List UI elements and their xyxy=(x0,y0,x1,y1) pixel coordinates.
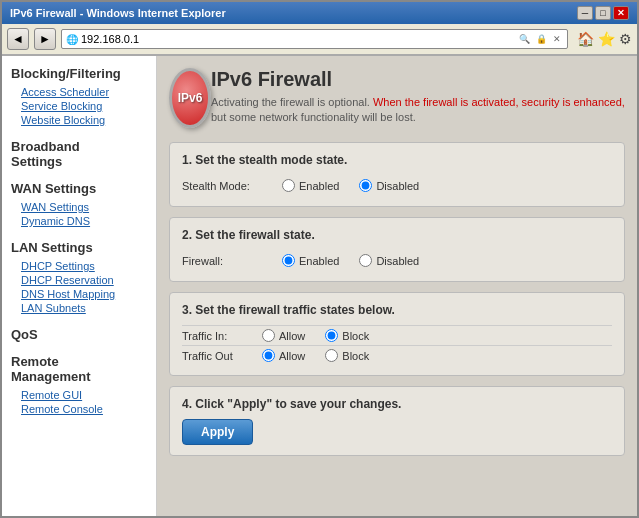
sidebar-section-remote: RemoteManagement xyxy=(7,354,151,384)
window-title: IPv6 Firewall - Windows Internet Explore… xyxy=(10,7,226,19)
firewall-label: Firewall: xyxy=(182,255,282,267)
apply-section: 4. Click "Apply" to save your changes. A… xyxy=(169,386,625,456)
address-actions: 🔍 🔒 ✕ xyxy=(517,34,563,44)
subtitle-normal: Activating the firewall is optional. xyxy=(211,96,373,108)
sidebar-section-blocking: Blocking/Filtering xyxy=(7,66,151,81)
title-block: IPv6 Firewall Activating the firewall is… xyxy=(211,68,625,126)
title-bar: IPv6 Firewall - Windows Internet Explore… xyxy=(2,2,637,24)
subtitle-end: but some network functionality will be l… xyxy=(211,111,416,123)
traffic-in-block-label: Block xyxy=(342,330,369,342)
traffic-in-radio-group: Allow Block xyxy=(262,329,612,342)
traffic-out-block-radio[interactable] xyxy=(325,349,338,362)
page-subtitle: Activating the firewall is optional. Whe… xyxy=(211,95,625,126)
main-content: IPv6 IPv6 Firewall Activating the firewa… xyxy=(157,56,637,516)
sidebar-item-remote-console[interactable]: Remote Console xyxy=(7,402,151,416)
firewall-enabled-radio[interactable] xyxy=(282,254,295,267)
page-title: IPv6 Firewall xyxy=(211,68,625,91)
firewall-enabled-option[interactable]: Enabled xyxy=(282,254,339,267)
sidebar-item-dhcp-settings[interactable]: DHCP Settings xyxy=(7,259,151,273)
firewall-disabled-option[interactable]: Disabled xyxy=(359,254,419,267)
traffic-out-radio-group: Allow Block xyxy=(262,349,612,362)
stealth-mode-row: Stealth Mode: Enabled Disabled xyxy=(182,175,612,196)
lock-icon: 🔒 xyxy=(534,34,549,44)
address-icon: 🌐 xyxy=(66,34,78,45)
traffic-section: 3. Set the firewall traffic states below… xyxy=(169,292,625,376)
traffic-out-allow-radio[interactable] xyxy=(262,349,275,362)
home-icon[interactable]: 🏠 xyxy=(577,31,594,47)
sidebar-item-dynamic-dns[interactable]: Dynamic DNS xyxy=(7,214,151,228)
page-header: IPv6 IPv6 Firewall Activating the firewa… xyxy=(169,68,625,128)
subtitle-highlight: When the firewall is activated, security… xyxy=(373,96,625,108)
close-address-icon[interactable]: ✕ xyxy=(551,34,563,44)
address-text: 192.168.0.1 xyxy=(81,33,517,45)
nav-bar: ◄ ► 🌐 192.168.0.1 🔍 🔒 ✕ 🏠 ⭐ ⚙ xyxy=(2,24,637,56)
apply-title: 4. Click "Apply" to save your changes. xyxy=(182,397,612,411)
firewall-state-title: 2. Set the firewall state. xyxy=(182,228,612,242)
stealth-enabled-label: Enabled xyxy=(299,180,339,192)
firewall-state-section: 2. Set the firewall state. Firewall: Ena… xyxy=(169,217,625,282)
icon-text: IPv6 xyxy=(178,91,203,105)
back-button[interactable]: ◄ xyxy=(7,28,29,50)
address-bar[interactable]: 🌐 192.168.0.1 🔍 🔒 ✕ xyxy=(61,29,568,49)
toolbar-icons: 🏠 ⭐ ⚙ xyxy=(577,31,632,47)
stealth-enabled-option[interactable]: Enabled xyxy=(282,179,339,192)
sidebar-item-lan-subnets[interactable]: LAN Subnets xyxy=(7,301,151,315)
search-icon[interactable]: 🔍 xyxy=(517,34,532,44)
apply-button[interactable]: Apply xyxy=(182,419,253,445)
settings-icon[interactable]: ⚙ xyxy=(619,31,632,47)
stealth-disabled-label: Disabled xyxy=(376,180,419,192)
traffic-in-block-radio[interactable] xyxy=(325,329,338,342)
stealth-mode-label: Stealth Mode: xyxy=(182,180,282,192)
sidebar: Blocking/Filtering Access Scheduler Serv… xyxy=(2,56,157,516)
stealth-mode-title: 1. Set the stealth mode state. xyxy=(182,153,612,167)
page-icon: IPv6 xyxy=(169,68,211,128)
favorites-icon[interactable]: ⭐ xyxy=(598,31,615,47)
traffic-in-block-option[interactable]: Block xyxy=(325,329,369,342)
browser-window: IPv6 Firewall - Windows Internet Explore… xyxy=(0,0,639,518)
stealth-enabled-radio[interactable] xyxy=(282,179,295,192)
traffic-title: 3. Set the firewall traffic states below… xyxy=(182,303,612,317)
sidebar-item-wan-settings[interactable]: WAN Settings xyxy=(7,200,151,214)
stealth-mode-section: 1. Set the stealth mode state. Stealth M… xyxy=(169,142,625,207)
browser-content: Blocking/Filtering Access Scheduler Serv… xyxy=(2,56,637,516)
traffic-out-allow-option[interactable]: Allow xyxy=(262,349,305,362)
traffic-in-allow-label: Allow xyxy=(279,330,305,342)
traffic-in-allow-radio[interactable] xyxy=(262,329,275,342)
traffic-in-row: Traffic In: Allow Block xyxy=(182,325,612,345)
minimize-button[interactable]: ─ xyxy=(577,6,593,20)
firewall-row: Firewall: Enabled Disabled xyxy=(182,250,612,271)
sidebar-item-remote-gui[interactable]: Remote GUI xyxy=(7,388,151,402)
stealth-mode-radio-group: Enabled Disabled xyxy=(282,179,612,192)
stealth-disabled-option[interactable]: Disabled xyxy=(359,179,419,192)
sidebar-item-dhcp-reservation[interactable]: DHCP Reservation xyxy=(7,273,151,287)
traffic-out-allow-label: Allow xyxy=(279,350,305,362)
firewall-disabled-radio[interactable] xyxy=(359,254,372,267)
sidebar-section-wan: WAN Settings xyxy=(7,181,151,196)
firewall-disabled-label: Disabled xyxy=(376,255,419,267)
traffic-out-row: Traffic Out Allow Block xyxy=(182,345,612,365)
traffic-out-block-option[interactable]: Block xyxy=(325,349,369,362)
close-button[interactable]: ✕ xyxy=(613,6,629,20)
traffic-in-allow-option[interactable]: Allow xyxy=(262,329,305,342)
firewall-enabled-label: Enabled xyxy=(299,255,339,267)
sidebar-item-website-blocking[interactable]: Website Blocking xyxy=(7,113,151,127)
firewall-radio-group: Enabled Disabled xyxy=(282,254,612,267)
sidebar-section-qos: QoS xyxy=(7,327,151,342)
stealth-disabled-radio[interactable] xyxy=(359,179,372,192)
sidebar-item-access-scheduler[interactable]: Access Scheduler xyxy=(7,85,151,99)
sidebar-section-broadband: BroadbandSettings xyxy=(7,139,151,169)
forward-button[interactable]: ► xyxy=(34,28,56,50)
sidebar-item-service-blocking[interactable]: Service Blocking xyxy=(7,99,151,113)
maximize-button[interactable]: □ xyxy=(595,6,611,20)
traffic-out-label: Traffic Out xyxy=(182,350,262,362)
sidebar-item-dns-host-mapping[interactable]: DNS Host Mapping xyxy=(7,287,151,301)
window-controls: ─ □ ✕ xyxy=(577,6,629,20)
traffic-out-block-label: Block xyxy=(342,350,369,362)
traffic-in-label: Traffic In: xyxy=(182,330,262,342)
sidebar-section-lan: LAN Settings xyxy=(7,240,151,255)
